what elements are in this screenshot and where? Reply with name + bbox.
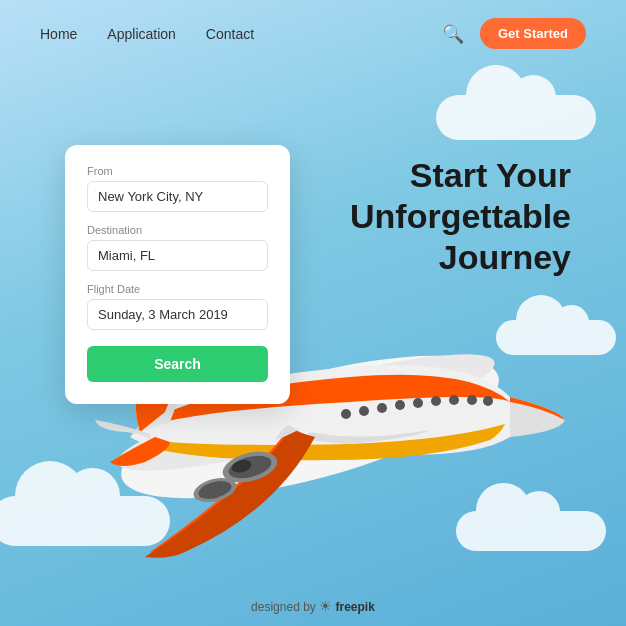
nav-right: 🔍 Get Started: [442, 18, 586, 49]
nav-home[interactable]: Home: [40, 26, 77, 42]
svg-point-4: [431, 396, 441, 406]
svg-point-6: [467, 395, 477, 405]
destination-input[interactable]: [87, 240, 268, 271]
cloud-top-right: [436, 95, 596, 140]
from-group: From: [87, 165, 268, 212]
page-wrapper: Home Application Contact 🔍 Get Started S…: [0, 0, 626, 626]
nav-contact[interactable]: Contact: [206, 26, 254, 42]
destination-group: Destination: [87, 224, 268, 271]
date-group: Flight Date: [87, 283, 268, 330]
destination-label: Destination: [87, 224, 268, 236]
search-form: From Destination Flight Date Search: [65, 145, 290, 404]
nav-links: Home Application Contact: [40, 26, 442, 42]
nav-application[interactable]: Application: [107, 26, 176, 42]
footer-brand: freepik: [336, 600, 375, 614]
from-input[interactable]: [87, 181, 268, 212]
svg-point-2: [395, 400, 405, 410]
date-label: Flight Date: [87, 283, 268, 295]
headline-text: Start Your Unforgettable Journey: [350, 155, 571, 277]
date-input[interactable]: [87, 299, 268, 330]
svg-point-7: [483, 396, 493, 406]
search-icon[interactable]: 🔍: [442, 23, 464, 45]
svg-point-9: [359, 406, 369, 416]
svg-point-3: [413, 398, 423, 408]
svg-point-8: [377, 403, 387, 413]
svg-point-5: [449, 395, 459, 405]
freepik-icon: ☀: [319, 598, 332, 614]
footer: designed by ☀ freepik: [0, 598, 626, 614]
footer-text: designed by: [251, 600, 316, 614]
svg-point-10: [341, 409, 351, 419]
from-label: From: [87, 165, 268, 177]
search-button[interactable]: Search: [87, 346, 268, 382]
headline: Start Your Unforgettable Journey: [350, 155, 571, 277]
navbar: Home Application Contact 🔍 Get Started: [0, 0, 626, 67]
get-started-button[interactable]: Get Started: [480, 18, 586, 49]
